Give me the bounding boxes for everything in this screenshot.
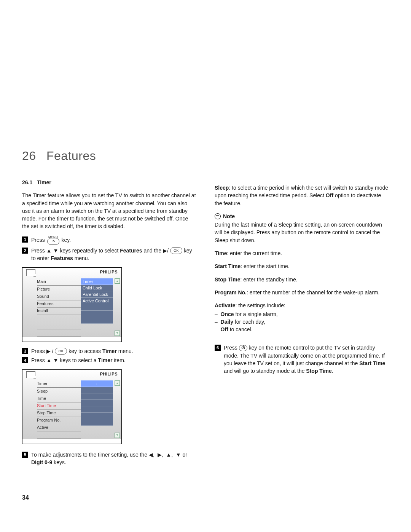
step-5-badge: 5 xyxy=(22,452,28,458)
t: key to access xyxy=(68,348,102,354)
step-1-suffix: key. xyxy=(62,237,71,243)
under-rule xyxy=(22,170,389,170)
osd1-title: Main xyxy=(37,278,81,286)
step-1-text: Press MENU TV key. xyxy=(31,236,196,245)
t: Press xyxy=(224,345,239,351)
osd2-left-empty xyxy=(37,431,81,439)
step-6-text: Press key on the remote control to put t… xyxy=(224,344,389,375)
step-3-badge: 3 xyxy=(22,348,28,354)
section-heading: 26.1 Timer xyxy=(22,179,196,186)
osd2-left-item: Time xyxy=(37,395,81,403)
activate-option: – Once for a single alarm, xyxy=(215,310,389,318)
two-column-layout: 26.1 Timer The Timer feature allows you … xyxy=(22,179,389,502)
osd1-right-item: Active Control xyxy=(81,298,113,304)
osd1-left-empty xyxy=(37,329,81,337)
note-icon xyxy=(215,213,221,219)
step-4-text: Press ▲ ▼ keys to select a Timer item. xyxy=(31,356,196,364)
manual-page: 26 Features 26.1 Timer The Timer feature… xyxy=(0,0,411,517)
sleep-paragraph: Sleep: to select a time period in which … xyxy=(215,184,389,207)
digit-bold: Digit 0-9 xyxy=(31,459,52,465)
activate-option: – Daily for each day, xyxy=(215,318,389,326)
osd1-left-item: Picture xyxy=(37,286,81,293)
step-6-badge: 6 xyxy=(215,345,221,351)
step-2-text: Press ▲ ▼ keys repeatedly to select Feat… xyxy=(31,247,196,262)
osd-timer-menu: PHILIPS Timer SleepTimeStart TimeStop Ti… xyxy=(22,369,122,444)
ok-key-icon: OK xyxy=(55,348,67,355)
start-label: Start Time xyxy=(215,263,241,269)
t: : enter the current time. xyxy=(227,250,282,256)
activate-option: – Off to cancel. xyxy=(215,326,389,333)
osd2-scroll-arrows: ▲ ▼ xyxy=(115,372,120,439)
scroll-down-icon: ▼ xyxy=(115,331,120,336)
t: : enter the number of the channel for th… xyxy=(247,289,379,296)
left-column: 26.1 Timer The Timer feature allows you … xyxy=(22,179,196,502)
osd-window-icon xyxy=(26,269,35,276)
osd2-title: Timer xyxy=(37,380,81,388)
t: : the settings include: xyxy=(235,302,285,308)
program-no-paragraph: Program No.: enter the number of the cha… xyxy=(215,289,389,296)
step-1-prefix: Press xyxy=(31,237,46,243)
osd1-right-item: Timer xyxy=(81,278,113,285)
osd1-left-empty xyxy=(37,315,81,322)
prog-label: Program No. xyxy=(215,289,247,296)
page-number: 34 xyxy=(22,493,196,502)
osd1-right-empty xyxy=(81,311,113,317)
step-1-badge: 1 xyxy=(22,236,28,243)
note-text: During the last minute of a Sleep time s… xyxy=(215,221,389,244)
osd1-right-item: Parental Lock xyxy=(81,291,113,298)
time-paragraph: Time: enter the current time. xyxy=(215,249,389,257)
osd2-right-item xyxy=(81,413,113,419)
osd2-right-list: - - : - - xyxy=(81,372,115,439)
osd1-right-empty xyxy=(81,304,113,311)
start-time-paragraph: Start Time: enter the start time. xyxy=(215,262,389,270)
osd2-footer xyxy=(22,439,121,444)
right-column: Sleep: to select a time period in which … xyxy=(215,179,389,502)
timer-bold-2: Timer xyxy=(98,357,113,363)
start-time-bold: Start Time xyxy=(359,360,385,366)
note-label: Note xyxy=(223,212,235,220)
stop-time-paragraph: Stop Time: enter the standby time. xyxy=(215,276,389,283)
t: Press xyxy=(31,357,46,363)
step-6: 6 Press key on the remote control to put… xyxy=(215,344,389,375)
osd2-left-item: Active xyxy=(37,424,81,431)
t: menu. xyxy=(118,348,133,354)
activate-label: Activate xyxy=(215,302,235,308)
osd1-footer xyxy=(22,337,121,342)
stop-label: Stop Time xyxy=(215,276,240,283)
osd2-right-item xyxy=(81,387,113,393)
scroll-up-icon: ▲ xyxy=(115,380,120,386)
off-bold: Off xyxy=(326,192,333,198)
t: item. xyxy=(114,357,125,363)
step-5-text: To make adjustments to the timer setting… xyxy=(31,451,196,466)
osd-window-icon xyxy=(26,371,35,378)
chapter-heading: 26 Features xyxy=(22,149,389,163)
time-label: Time xyxy=(215,250,227,256)
t: keys to select a xyxy=(60,357,98,363)
osd1-right-list: TimerChild LockParental LockActive Contr… xyxy=(81,270,115,337)
t: menu. xyxy=(75,255,89,261)
osd1-right-item: Child Lock xyxy=(81,285,113,291)
osd2-left-list: Timer SleepTimeStart TimeStop TimeProgra… xyxy=(24,372,81,439)
osd2-left-item: Sleep xyxy=(37,388,81,395)
section-title: Timer xyxy=(37,179,51,185)
osd1-left-list: Main PictureSoundFeaturesInstall xyxy=(24,270,81,337)
activate-paragraph: Activate: the settings include: xyxy=(215,302,389,309)
step-1: 1 Press MENU TV key. xyxy=(22,236,196,245)
step-3-text: Press ▶ / OK key to access Timer menu. xyxy=(31,347,196,355)
osd1-right-empty xyxy=(81,317,113,324)
t: and will go to standby mode at the xyxy=(224,368,306,374)
t: : enter the start time. xyxy=(241,263,289,269)
step-2: 2 Press ▲ ▼ keys repeatedly to select Fe… xyxy=(22,247,196,262)
note-heading: Note xyxy=(215,212,389,220)
top-rule xyxy=(22,145,389,145)
osd-main-menu: PHILIPS Main PictureSoundFeaturesInstall… xyxy=(22,267,122,342)
power-key-icon xyxy=(239,345,247,351)
t: Press xyxy=(31,248,46,254)
chapter-title-text: Features xyxy=(46,149,96,163)
ok-key-icon: OK xyxy=(170,247,182,254)
scroll-down-icon: ▼ xyxy=(115,433,120,438)
sleep-label: Sleep xyxy=(215,185,229,191)
t: keys repeatedly to select xyxy=(58,248,120,254)
osd2-right-item xyxy=(81,393,113,400)
t: or xyxy=(183,452,187,458)
